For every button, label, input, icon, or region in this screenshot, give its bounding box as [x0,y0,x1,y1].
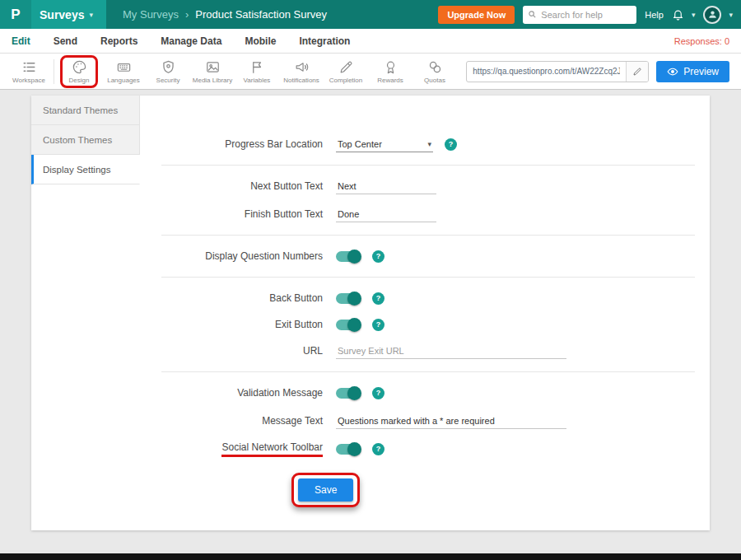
red-underline-annotation: Social Network Toolbar [221,441,323,457]
section-divider [161,165,695,166]
nav-item-reports[interactable]: Reports [100,35,137,47]
nav-item-edit[interactable]: Edit [12,35,30,47]
section-divider [161,277,695,278]
next-button-text-row: Next Button Text [161,175,695,197]
notifications-bell[interactable]: ▾ [672,8,696,21]
validation-message-toggle[interactable] [336,388,361,399]
display-question-numbers-toggle[interactable] [336,251,361,262]
edit-toolbar: Workspace Design Languages Security Medi… [0,54,741,90]
finish-button-text-label: Finish Button Text [161,208,323,220]
toolbar-item-design[interactable]: Design [57,58,101,86]
design-sidebar: Standard Themes Custom Themes Display Se… [31,96,140,530]
help-link[interactable]: Help [645,10,664,20]
workspace-icon [21,59,37,75]
topbar-left: P Surveys ▾ [0,0,106,29]
notifications-icon [294,59,310,75]
finish-button-text-input[interactable] [336,207,436,222]
exit-url-label: URL [161,345,323,357]
chevron-down-icon: ▾ [427,140,431,148]
media-library-icon [205,59,221,75]
validation-message-row: Validation Message [161,382,695,404]
responses-count[interactable]: Responses: 0 [674,36,729,46]
help-icon[interactable] [372,250,384,263]
completion-icon [338,59,354,75]
next-button-text-label: Next Button Text [161,180,323,192]
preview-button[interactable]: Preview [656,61,729,82]
save-annotation-box: Save [291,473,360,507]
pencil-icon [632,67,642,77]
sidebar-item-custom-themes[interactable]: Custom Themes [31,125,140,155]
toolbar-item-variables[interactable]: Variables [235,58,279,86]
toolbar-item-completion[interactable]: Completion [324,58,368,86]
survey-url-input[interactable] [467,67,626,76]
progress-bar-location-label: Progress Bar Location [161,138,323,150]
toolbar-item-languages[interactable]: Languages [101,58,146,86]
topbar-right: Upgrade Now Help ▾ ▾ [438,6,741,24]
breadcrumb: My Surveys › Product Satisfaction Survey [123,8,327,21]
chevron-down-icon: ▾ [692,11,696,19]
finish-button-text-row: Finish Button Text [161,203,695,225]
help-search-input[interactable] [541,10,631,20]
next-button-text-input[interactable] [336,179,436,194]
nav-item-mobile[interactable]: Mobile [245,35,276,47]
security-icon [161,59,176,75]
exit-url-row: URL [161,340,695,362]
chevron-down-icon[interactable]: ▾ [89,11,93,19]
social-network-toolbar-row: Social Network Toolbar [161,438,695,460]
social-network-toolbar-label: Social Network Toolbar [161,441,323,457]
help-icon[interactable] [372,443,384,455]
toolbar-item-rewards[interactable]: Rewards [368,58,412,86]
breadcrumb-survey-title: Product Satisfaction Survey [195,8,327,21]
help-icon[interactable] [372,319,384,331]
save-button[interactable]: Save [298,478,353,502]
breadcrumb-my-surveys[interactable]: My Surveys [123,8,179,21]
toolbar-separator [54,59,54,84]
upgrade-now-button[interactable]: Upgrade Now [438,6,515,24]
sidebar-item-standard-themes[interactable]: Standard Themes [31,96,140,125]
help-icon[interactable] [372,387,384,399]
validation-message-label: Validation Message [161,387,323,399]
bell-icon [672,8,684,21]
nav-item-integration[interactable]: Integration [299,35,350,47]
message-text-row: Message Text [161,410,695,432]
bottom-bar [0,553,741,560]
toolbar-item-security[interactable]: Security [146,58,190,86]
design-settings-card: Standard Themes Custom Themes Display Se… [31,96,710,530]
exit-button-toggle[interactable] [336,320,361,330]
back-button-row: Back Button [161,287,695,309]
display-question-numbers-row: Display Question Numbers [161,245,695,267]
toolbar-right: Preview [466,61,734,82]
help-icon[interactable] [372,292,384,305]
progress-bar-location-row: Progress Bar Location Top Center ▾ [161,133,695,155]
selected-option: Top Center [338,139,382,149]
help-icon[interactable] [445,138,457,151]
progress-bar-location-select[interactable]: Top Center ▾ [336,137,433,152]
help-search[interactable] [523,6,636,24]
exit-url-input[interactable] [336,343,566,359]
exit-button-row: Exit Button [161,314,695,335]
questionpro-logo[interactable]: P [0,0,31,29]
page-content: Standard Themes Custom Themes Display Se… [0,90,741,530]
sidebar-item-display-settings[interactable]: Display Settings [31,155,140,184]
toolbar-item-notifications[interactable]: Notifications [279,58,324,86]
nav-item-manage-data[interactable]: Manage Data [161,35,221,47]
section-divider [161,235,695,236]
toolbar-item-workspace[interactable]: Workspace [7,58,51,86]
exit-button-label: Exit Button [161,319,323,330]
back-button-label: Back Button [161,292,323,304]
design-icon [72,59,87,75]
social-network-toolbar-toggle[interactable] [336,444,361,455]
variables-icon [249,59,265,75]
account-menu[interactable]: ▾ [703,6,733,24]
message-text-input[interactable] [336,413,566,429]
survey-nav: Edit Send Reports Manage Data Mobile Int… [0,29,741,54]
nav-item-send[interactable]: Send [54,35,77,47]
eye-icon [667,66,678,77]
edit-url-button[interactable] [626,62,648,82]
back-button-toggle[interactable] [336,293,361,304]
toolbar-item-media-library[interactable]: Media Library [190,58,235,86]
sidebar-filler [31,184,140,530]
product-menu[interactable]: Surveys [40,8,84,21]
toolbar-item-quotas[interactable]: Quotas [412,58,457,86]
breadcrumb-separator-icon: › [185,8,189,21]
